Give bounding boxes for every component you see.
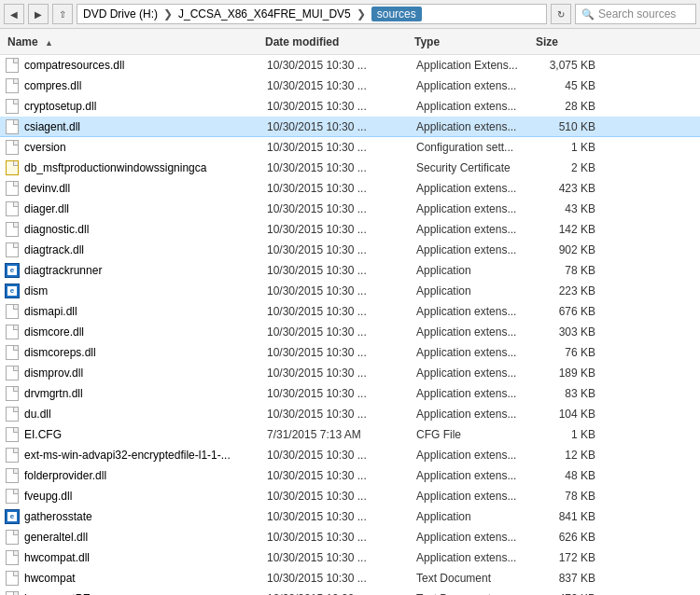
file-date: 10/30/2015 10:30 ... xyxy=(267,161,416,174)
file-size: 626 KB xyxy=(538,531,603,544)
table-row[interactable]: dismapi.dll 10/30/2015 10:30 ... Applica… xyxy=(0,301,700,322)
col-header-type[interactable]: Type xyxy=(414,35,536,48)
file-icon xyxy=(6,386,19,401)
file-type: Application extens... xyxy=(416,305,538,318)
up-button[interactable]: ⇧ xyxy=(52,4,73,24)
table-row[interactable]: dismprov.dll 10/30/2015 10:30 ... Applic… xyxy=(0,363,700,383)
forward-button[interactable]: ▶ xyxy=(28,4,49,24)
file-name: diagtrack.dll xyxy=(24,243,267,256)
file-name: ext-ms-win-advapi32-encryptedfile-l1-1-.… xyxy=(24,449,267,462)
file-icon-wrap xyxy=(4,324,21,340)
file-size: 43 KB xyxy=(538,202,603,215)
file-date: 10/30/2015 10:30 ... xyxy=(267,469,416,482)
file-name: dism xyxy=(24,284,267,298)
text-icon xyxy=(6,571,19,586)
col-header-date[interactable]: Date modified xyxy=(265,35,414,48)
file-name: dismapi.dll xyxy=(24,305,267,318)
file-type: Application extens... xyxy=(416,243,538,256)
table-row[interactable]: diager.dll 10/30/2015 10:30 ... Applicat… xyxy=(0,199,700,219)
col-header-size[interactable]: Size xyxy=(536,35,601,48)
col-header-name[interactable]: Name ▲ xyxy=(4,35,265,48)
table-row[interactable]: e gatherosstate 10/30/2015 10:30 ... App… xyxy=(0,506,700,527)
table-row[interactable]: du.dll 10/30/2015 10:30 ... Application … xyxy=(0,404,700,424)
file-name: diagtrackrunner xyxy=(24,264,267,277)
file-icon-wrap xyxy=(4,406,21,422)
table-row[interactable]: cversion 10/30/2015 10:30 ... Configurat… xyxy=(0,137,700,158)
address-bar: ◀ ▶ ⇧ DVD Drive (H:) ❯ J_CCSA_X86_X64FRE… xyxy=(0,0,700,29)
file-date: 10/30/2015 10:30 ... xyxy=(267,305,416,318)
table-row[interactable]: dismcore.dll 10/30/2015 10:30 ... Applic… xyxy=(0,322,700,342)
file-size: 223 KB xyxy=(538,284,603,298)
file-name: dismcore.dll xyxy=(24,325,267,339)
table-row[interactable]: hwcompat 10/30/2015 10:30 ... Text Docum… xyxy=(0,568,700,588)
file-icon-wrap xyxy=(4,447,21,464)
file-date: 10/30/2015 10:30 ... xyxy=(267,120,416,133)
path-iso: J_CCSA_X86_X64FRE_MUI_DV5 xyxy=(178,7,351,21)
table-row[interactable]: devinv.dll 10/30/2015 10:30 ... Applicat… xyxy=(0,178,700,199)
search-placeholder: Search sources xyxy=(598,7,676,21)
file-icon-wrap xyxy=(4,242,21,258)
table-row[interactable]: drvmgrtn.dll 10/30/2015 10:30 ... Applic… xyxy=(0,383,700,404)
file-name: du.dll xyxy=(24,408,267,421)
path-current: sources xyxy=(371,7,422,21)
table-row[interactable]: e dism 10/30/2015 10:30 ... Application … xyxy=(0,281,700,301)
file-icon-wrap xyxy=(4,385,21,402)
cert-icon xyxy=(6,160,19,175)
file-date: 10/30/2015 10:30 ... xyxy=(267,182,416,195)
file-icon xyxy=(6,78,19,93)
column-header: Name ▲ Date modified Type Size xyxy=(0,29,700,55)
file-type: Text Document xyxy=(416,592,538,596)
file-type: CFG File xyxy=(416,428,538,441)
table-row[interactable]: EI.CFG 7/31/2015 7:13 AM CFG File 1 KB xyxy=(0,424,700,445)
table-row[interactable]: ext-ms-win-advapi32-encryptedfile-l1-1-.… xyxy=(0,445,700,465)
back-button[interactable]: ◀ xyxy=(4,4,24,24)
table-row[interactable]: cryptosetup.dll 10/30/2015 10:30 ... App… xyxy=(0,96,700,117)
file-type: Application extens... xyxy=(416,469,538,482)
file-icon-wrap xyxy=(4,549,21,566)
file-type: Application extens... xyxy=(416,100,538,113)
file-icon-wrap xyxy=(4,77,21,94)
file-date: 10/30/2015 10:30 ... xyxy=(267,531,416,544)
table-row[interactable]: diagtrack.dll 10/30/2015 10:30 ... Appli… xyxy=(0,240,700,260)
search-box[interactable]: 🔍 Search sources xyxy=(575,4,696,24)
app-icon: e xyxy=(5,284,20,298)
table-row[interactable]: fveupg.dll 10/30/2015 10:30 ... Applicat… xyxy=(0,486,700,506)
file-size: 2 KB xyxy=(538,161,603,174)
refresh-button[interactable]: ↻ xyxy=(551,4,571,24)
file-size: 3,075 KB xyxy=(538,59,603,72)
file-icon xyxy=(6,58,19,73)
file-icon-wrap: e xyxy=(4,283,21,299)
file-icon xyxy=(6,489,19,504)
file-icon-wrap xyxy=(4,590,21,596)
file-name: cversion xyxy=(24,141,267,154)
table-row[interactable]: e diagtrackrunner 10/30/2015 10:30 ... A… xyxy=(0,260,700,281)
file-type: Application extens... xyxy=(416,387,538,400)
table-row[interactable]: compres.dll 10/30/2015 10:30 ... Applica… xyxy=(0,76,700,96)
file-name: compres.dll xyxy=(24,79,267,92)
table-row[interactable]: hwcompatPE 10/30/2015 10:30 ... Text Doc… xyxy=(0,588,700,595)
app-icon: e xyxy=(5,509,20,524)
table-row[interactable]: hwcompat.dll 10/30/2015 10:30 ... Applic… xyxy=(0,547,700,568)
file-type: Application extens... xyxy=(416,551,538,564)
table-row[interactable]: generaltel.dll 10/30/2015 10:30 ... Appl… xyxy=(0,527,700,547)
table-row[interactable]: dismcoreps.dll 10/30/2015 10:30 ... Appl… xyxy=(0,342,700,363)
file-list: compatresources.dll 10/30/2015 10:30 ...… xyxy=(0,55,700,595)
file-size: 48 KB xyxy=(538,469,603,482)
file-size: 28 KB xyxy=(538,100,603,113)
table-row[interactable]: compatresources.dll 10/30/2015 10:30 ...… xyxy=(0,55,700,76)
file-icon-wrap xyxy=(4,201,21,217)
address-path[interactable]: DVD Drive (H:) ❯ J_CCSA_X86_X64FRE_MUI_D… xyxy=(77,4,547,24)
table-row[interactable]: csiagent.dll 10/30/2015 10:30 ... Applic… xyxy=(0,117,700,137)
table-row[interactable]: db_msftproductionwindowssigningca 10/30/… xyxy=(0,158,700,178)
table-row[interactable]: diagnostic.dll 10/30/2015 10:30 ... Appl… xyxy=(0,219,700,240)
file-type: Application extens... xyxy=(416,120,538,133)
file-type: Application extens... xyxy=(416,346,538,359)
table-row[interactable]: folderprovider.dll 10/30/2015 10:30 ... … xyxy=(0,465,700,486)
file-icon-wrap xyxy=(4,365,21,381)
file-icon xyxy=(6,201,19,216)
file-icon xyxy=(6,550,19,565)
file-icon-wrap: e xyxy=(4,508,21,525)
file-name: hwcompatPE xyxy=(24,592,267,596)
file-date: 10/30/2015 10:30 ... xyxy=(267,592,416,596)
file-type: Application extens... xyxy=(416,490,538,503)
